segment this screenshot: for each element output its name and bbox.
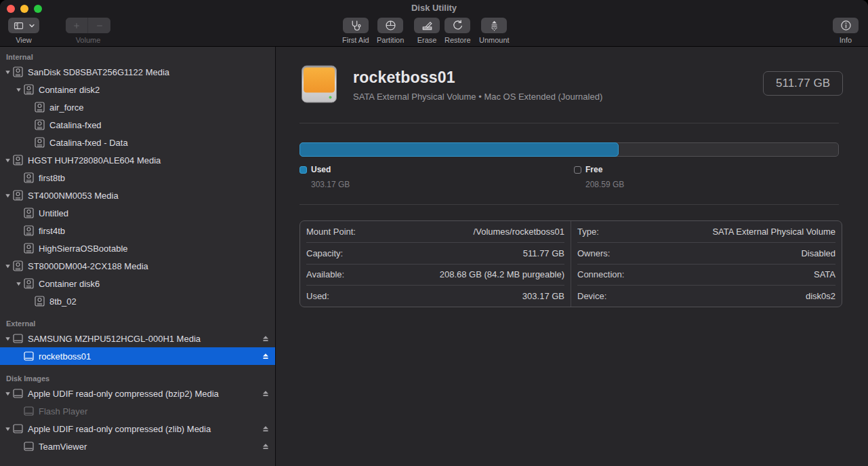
detail-value: 511.77 GB xyxy=(523,248,564,258)
sidebar-item[interactable]: HGST HUH728080ALE604 Media xyxy=(0,151,275,169)
disclosure-spacer xyxy=(14,227,23,234)
sidebar-item[interactable]: TeamViewer xyxy=(0,438,275,455)
sidebar-item[interactable]: air_force xyxy=(0,98,275,116)
disclosure-triangle-icon[interactable] xyxy=(3,263,12,269)
sidebar-item[interactable]: Catalina-fxed - Data xyxy=(0,134,275,151)
info-button[interactable] xyxy=(833,18,859,33)
details-col-right: Type:SATA External Physical VolumeOwners… xyxy=(571,221,842,307)
sidebar-item[interactable]: rocketboss01 xyxy=(0,347,275,365)
internal-drive-icon xyxy=(34,102,45,113)
sidebar-item[interactable]: Container disk6 xyxy=(0,275,275,292)
disclosure-spacer xyxy=(24,139,34,146)
sidebar-item[interactable]: Catalina-fxed xyxy=(0,116,275,134)
eject-button[interactable] xyxy=(262,425,270,433)
sidebar-item[interactable]: first4tb xyxy=(0,222,275,239)
partition-button[interactable] xyxy=(377,18,403,33)
sidebar-item[interactable]: first8tb xyxy=(0,169,275,187)
disclosure-triangle-icon[interactable] xyxy=(3,192,12,199)
detail-row: Owners:Disabled xyxy=(577,243,835,265)
detail-label: Owners: xyxy=(577,248,610,258)
remove-volume-button[interactable] xyxy=(88,18,110,33)
sidebar-item[interactable]: 8tb_02 xyxy=(0,292,275,310)
disclosure-triangle-icon[interactable] xyxy=(14,280,23,287)
sidebar-item-label: ST4000NM0053 Media xyxy=(28,191,119,201)
sidebar-item[interactable]: SanDisk SD8SBAT256G1122 Media xyxy=(0,63,275,81)
internal-drive-icon xyxy=(23,243,35,254)
disclosure-triangle-icon[interactable] xyxy=(3,425,12,432)
view-button[interactable] xyxy=(8,18,39,33)
legend-used: Used 303.17 GB xyxy=(299,165,350,189)
sidebar-item[interactable]: Apple UDIF read-only compressed (bzip2) … xyxy=(0,385,275,402)
internal-drive-icon xyxy=(34,296,45,307)
unmount-eject-icon-button[interactable] xyxy=(481,18,507,33)
divider xyxy=(299,204,839,205)
disclosure-triangle-icon[interactable] xyxy=(14,86,23,93)
first-aid-button[interactable] xyxy=(343,18,369,33)
volume-subtitle: SATA External Physical Volume • Mac OS E… xyxy=(353,92,602,102)
details-table: Mount Point:/Volumes/rocketboss01Capacit… xyxy=(299,220,842,307)
sidebar-item-label: Container disk6 xyxy=(39,279,100,289)
sidebar-item[interactable]: ST8000DM004-2CX188 Media xyxy=(0,257,275,275)
detail-value: SATA xyxy=(814,269,835,279)
legend-free: Free 208.59 GB xyxy=(574,165,624,189)
first-aid-label: First Aid xyxy=(342,36,369,44)
sidebar-item-label: Apple UDIF read-only compressed (bzip2) … xyxy=(28,389,219,399)
sidebar-item[interactable]: Untitled xyxy=(0,204,275,222)
zoom-window-button[interactable] xyxy=(34,5,42,13)
sidebar-item[interactable]: SAMSUNG MZHPU512HCGL-000H1 Media xyxy=(0,330,275,347)
volume-header: rocketboss01 SATA External Physical Volu… xyxy=(299,65,602,103)
orange-external-drive-icon xyxy=(299,65,339,103)
unmount-eject-icon xyxy=(488,19,501,32)
internal-drive-icon xyxy=(34,119,45,130)
eject-button[interactable] xyxy=(262,352,270,360)
sidebar: InternalSanDisk SD8SBAT256G1122 MediaCon… xyxy=(0,47,276,466)
partition-group: Partition xyxy=(377,18,404,44)
minimize-window-button[interactable] xyxy=(20,5,28,13)
used-label: Used xyxy=(311,165,331,174)
eject-button[interactable] xyxy=(262,389,270,397)
unmount-group: Unmount xyxy=(479,18,510,44)
close-window-button[interactable] xyxy=(7,5,15,13)
disclosure-triangle-icon[interactable] xyxy=(3,157,12,163)
internal-drive-icon xyxy=(23,208,35,218)
sidebar-item-label: Container disk2 xyxy=(39,85,100,95)
restore-arrow-icon xyxy=(451,19,464,32)
external-drive-icon xyxy=(12,388,24,399)
traffic-lights xyxy=(7,5,42,13)
disclosure-triangle-icon[interactable] xyxy=(3,335,12,342)
sidebar-section-title: Disk Images xyxy=(0,372,275,385)
info-label: Info xyxy=(840,36,852,44)
eject-button[interactable] xyxy=(262,334,270,343)
sidebar-item-label: HGST HUH728080ALE604 Media xyxy=(28,155,161,166)
detail-value: /Volumes/rocketboss01 xyxy=(474,227,564,237)
usage-bar-used xyxy=(299,142,619,157)
detail-row: Device:disk0s2 xyxy=(577,286,835,307)
erase-pencil-icon xyxy=(421,19,434,32)
sidebar-sections: InternalSanDisk SD8SBAT256G1122 MediaCon… xyxy=(0,51,275,455)
sidebar-item[interactable]: HighSierraOSBootable xyxy=(0,239,275,257)
detail-row: Capacity:511.77 GB xyxy=(306,243,564,265)
add-volume-button[interactable] xyxy=(66,18,88,33)
detail-label: Used: xyxy=(306,291,329,301)
volume-group: Volume xyxy=(66,18,110,44)
volume-segmented-control xyxy=(66,18,110,33)
sidebar-item[interactable]: Flash Player xyxy=(0,402,275,420)
detail-row: Used:303.17 GB xyxy=(306,286,564,307)
sidebar-item[interactable]: Apple UDIF read-only compressed (zlib) M… xyxy=(0,420,275,438)
disclosure-spacer xyxy=(14,174,23,181)
sidebar-item-label: Catalina-fxed xyxy=(49,120,102,130)
erase-button[interactable] xyxy=(414,18,440,33)
sidebar-item[interactable]: ST4000NM0053 Media xyxy=(0,187,275,204)
disclosure-triangle-icon[interactable] xyxy=(3,69,12,75)
internal-drive-icon xyxy=(23,172,35,183)
disclosure-triangle-icon[interactable] xyxy=(3,390,12,397)
eject-button[interactable] xyxy=(262,442,270,450)
titlebar[interactable]: Disk Utility xyxy=(0,0,868,16)
disclosure-spacer xyxy=(14,210,23,216)
sidebar-item[interactable]: Container disk2 xyxy=(0,81,275,98)
restore-button[interactable] xyxy=(445,18,470,33)
sidebar-item-label: air_force xyxy=(49,102,84,113)
restore-label: Restore xyxy=(445,36,471,44)
sidebar-item-label: SAMSUNG MZHPU512HCGL-000H1 Media xyxy=(28,334,201,344)
sidebar-item-label: first8tb xyxy=(39,173,65,183)
